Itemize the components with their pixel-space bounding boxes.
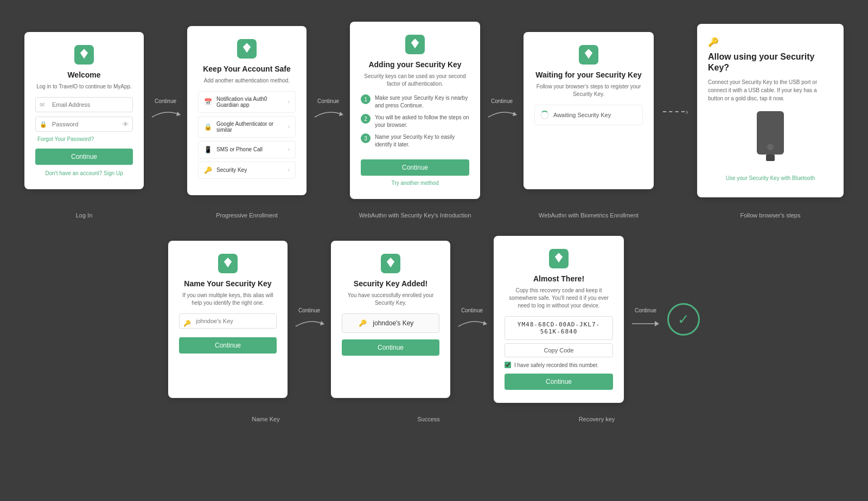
step-text-3: Name your Security Key to easily identif… [375, 133, 469, 149]
step-1: 1 Make sure your Security Key is nearby … [361, 94, 469, 110]
method-sms[interactable]: 📱 SMS or Phone Call › [198, 141, 296, 158]
awaiting-box: Awaiting Security Key [534, 105, 643, 125]
arrow-5: Continue [288, 307, 331, 332]
label-recovery: Recovery key [532, 414, 662, 423]
security-key-image [754, 111, 787, 165]
step-num-3: 3 [361, 133, 371, 143]
success-key-icon: 🔑 [359, 319, 367, 327]
authenticator-icon: 🔒 [204, 123, 212, 131]
step-2: 2 You will be asked to follow the steps … [361, 114, 469, 129]
step-num-1: 1 [361, 94, 371, 104]
success-key-name: 🔑 johndoe's Key [342, 313, 439, 333]
arrow-label-6: Continue [461, 307, 483, 313]
key-icon: 🔑 [708, 37, 719, 47]
success-subtitle: You have successfully enrolled your Secu… [342, 292, 439, 307]
chevron-guardian: › [288, 99, 290, 105]
name-key-continue-button[interactable]: Continue [179, 337, 277, 354]
name-key-title: Name Your Security Key [184, 279, 271, 288]
logo-icon-3 [405, 35, 425, 54]
main-canvas: Welcome Log in to TravelO to continue to… [0, 0, 868, 456]
arrow-label-7: Continue [635, 307, 656, 313]
svg-marker-8 [320, 321, 324, 325]
method-security-key[interactable]: 🔑 Security Key › [198, 162, 296, 179]
key-name-icon: 🔑 [183, 320, 191, 327]
chevron-authenticator: › [288, 124, 290, 130]
arrow-head-4: › [686, 107, 688, 116]
arrow-label-2: Continue [317, 98, 339, 104]
logo-icon [74, 45, 94, 65]
step-text-1: Make sure your Security Key is nearby an… [375, 94, 469, 110]
webauthn-biometrics-card: Waiting for your Security Key Follow you… [524, 32, 654, 189]
forgot-password-link[interactable]: Forgot Your Password? [37, 136, 94, 142]
authenticator-label: Google Authenticator or similar [216, 121, 288, 133]
success-title: Security Key Added! [354, 279, 427, 288]
webauthn-intro-card: Adding your Security Key Security keys c… [350, 22, 480, 199]
guardian-label: Notification via Auth0Guardian app [216, 96, 267, 108]
recorded-checkbox[interactable] [505, 362, 511, 368]
label-biometrics: WebAuthn with Biometrics Enrollment [524, 210, 654, 220]
recovery-code: YM48-68CD-00AD-JKL7-561K-6840 [505, 316, 613, 340]
arrow-7: Continue [624, 307, 667, 332]
dashed-arrow-4: › [663, 107, 688, 116]
success-circle: ✓ [667, 303, 700, 336]
password-input[interactable] [35, 117, 133, 132]
svg-marker-1 [176, 112, 181, 116]
label-success: Success [369, 414, 488, 423]
label-webauthn-intro: WebAuthn with Security Key's Introductio… [350, 210, 480, 220]
email-input[interactable] [35, 97, 133, 112]
checkbox-row: I have safely recorded this number. [505, 362, 613, 368]
row-1: Welcome Log in to TravelO to continue to… [11, 22, 857, 199]
svg-marker-5 [513, 112, 517, 116]
lock-icon: 🔒 [40, 120, 47, 127]
copy-code-button[interactable]: Copy Code [505, 343, 613, 357]
recovery-subtitle: Copy this recovery code and keep it some… [505, 287, 613, 310]
bluetooth-link[interactable]: Use your Security Key with Bluetooth [726, 175, 815, 181]
spinner [540, 111, 549, 119]
name-key-subtitle: If you own multiple keys, this alias wil… [179, 292, 277, 307]
email-wrapper: ✉ [35, 97, 133, 112]
webauthn-continue-button[interactable]: Continue [361, 159, 469, 176]
method-guardian[interactable]: 📅 Notification via Auth0Guardian app › [198, 91, 296, 113]
arrow-svg-1 [149, 106, 182, 123]
awaiting-label: Awaiting Security Key [553, 112, 611, 118]
login-card: Welcome Log in to TravelO to continue to… [24, 32, 144, 189]
arrow-label-3: Continue [491, 98, 513, 104]
arrow-4: › [654, 105, 697, 116]
email-icon: ✉ [40, 101, 44, 108]
login-title: Welcome [67, 70, 100, 80]
enrollment-subtitle: Add another authentication method. [204, 77, 290, 85]
method-authenticator[interactable]: 🔒 Google Authenticator or similar › [198, 116, 296, 138]
row-2: Name Your Security Key If you own multip… [11, 236, 857, 403]
security-key-label: Security Key [216, 167, 247, 173]
arrow-svg-2 [312, 106, 344, 123]
row-1-labels: Log In Progressive Enrollment WebAuthn w… [11, 210, 857, 220]
svg-marker-13 [655, 321, 659, 326]
logo-icon-7 [549, 249, 569, 268]
chevron-key: › [288, 167, 290, 173]
arrow-3: Continue [480, 98, 524, 123]
key-name-wrapper: 🔑 [179, 313, 277, 333]
recovery-continue-button[interactable]: Continue [505, 374, 613, 390]
step-text-2: You will be asked to follow the steps on… [375, 114, 469, 129]
key-name-input[interactable] [179, 313, 277, 329]
success-continue-button[interactable]: Continue [342, 339, 439, 356]
login-continue-button[interactable]: Continue [35, 149, 133, 165]
try-another-link[interactable]: Try another method [392, 180, 439, 186]
arrow-svg-5 [293, 316, 326, 332]
svg-marker-3 [339, 112, 343, 116]
label-name-key: Name Key [206, 414, 326, 423]
arrow-label-5: Continue [298, 307, 320, 313]
progressive-enrollment-card: Keep Your Account Safe Add another authe… [187, 26, 307, 195]
success-card: Security Key Added! You have successfull… [331, 241, 450, 398]
sms-label: SMS or Phone Call [216, 146, 263, 152]
follow-title: Allow using your Security Key? [708, 52, 833, 74]
login-subtitle: Log in to TravelO to continue to MyApp. [36, 83, 132, 91]
signup-link[interactable]: Sign Up [104, 170, 123, 176]
row-2-labels: Name Key Success Recovery key [11, 414, 857, 423]
arrow-svg-7 [629, 316, 662, 332]
enrollment-title: Keep Your Account Safe [203, 64, 291, 74]
eye-icon[interactable]: 👁 [123, 121, 129, 127]
label-login: Log In [24, 210, 144, 220]
logo-icon-6 [381, 254, 400, 273]
logo-icon-4 [579, 45, 598, 65]
